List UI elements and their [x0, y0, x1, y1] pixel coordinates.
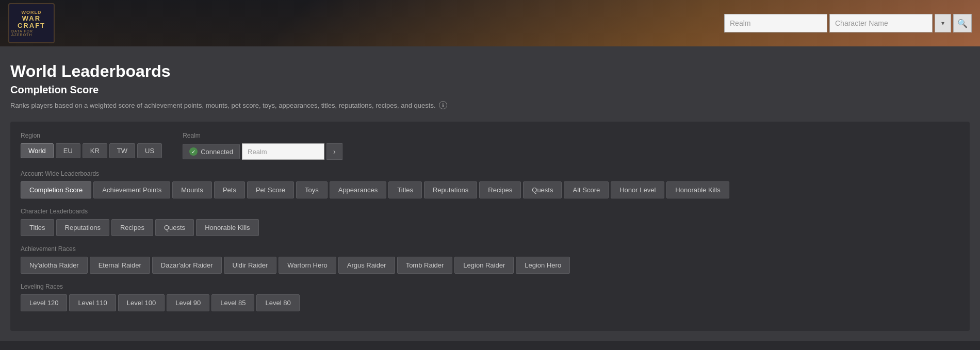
search-dropdown-button[interactable]: ▾ — [935, 14, 951, 32]
race-btn-tomb[interactable]: Tomb Raider — [397, 257, 453, 274]
race-btn-legion-hero[interactable]: Legion Hero — [516, 257, 570, 274]
region-btn-world[interactable]: World — [21, 143, 54, 158]
main-content: World Leaderboards Completion Score Rank… — [0, 46, 980, 341]
lb-btn-appearances[interactable]: Appearances — [330, 181, 387, 198]
leveling-races-label: Leveling Races — [21, 283, 959, 290]
race-btn-dazaralor[interactable]: Dazar'alor Raider — [152, 257, 222, 274]
level-btn-85[interactable]: Level 85 — [211, 294, 254, 311]
char-lb-btn-honorable-kills[interactable]: Honorable Kills — [196, 219, 258, 236]
realm-label: Realm — [183, 132, 342, 139]
lb-btn-quests[interactable]: Quests — [523, 181, 562, 198]
char-lb-btn-recipes[interactable]: Recipes — [111, 219, 153, 236]
logo-main: WARCRAFT — [18, 15, 45, 30]
info-icon[interactable]: ℹ — [439, 101, 447, 109]
lb-btn-recipes[interactable]: Recipes — [479, 181, 521, 198]
race-btn-uldir[interactable]: Uldir Raider — [224, 257, 277, 274]
char-lb-btn-reputations[interactable]: Reputations — [56, 219, 109, 236]
race-btn-argus[interactable]: Argus Raider — [338, 257, 395, 274]
race-btn-eternal[interactable]: Eternal Raider — [90, 257, 150, 274]
level-btn-100[interactable]: Level 100 — [118, 294, 165, 311]
connected-button[interactable]: ✓ Connected — [183, 144, 240, 159]
lb-btn-titles[interactable]: Titles — [388, 181, 422, 198]
race-btn-nyalotha[interactable]: Ny'alotha Raider — [21, 257, 88, 274]
level-btn-120[interactable]: Level 120 — [21, 294, 67, 311]
character-name-input[interactable] — [829, 14, 933, 32]
level-btn-110[interactable]: Level 110 — [69, 294, 116, 311]
achievement-races-buttons: Ny'alotha Raider Eternal Raider Dazar'al… — [21, 257, 959, 274]
logo-sub: DATA FOR AZEROTH — [11, 29, 52, 37]
search-button[interactable]: 🔍 — [953, 14, 972, 32]
realm-group: Realm ✓ Connected › — [183, 132, 342, 160]
char-lb-btn-quests[interactable]: Quests — [155, 219, 194, 236]
lb-btn-honor-level[interactable]: Honor Level — [611, 181, 664, 198]
search-area: ▾ 🔍 — [724, 14, 972, 32]
account-leaderboards-buttons: Completion Score Achievement Points Moun… — [21, 181, 959, 198]
region-label: Region — [21, 132, 162, 139]
region-buttons: World EU KR TW US — [21, 143, 162, 158]
account-leaderboards-section: Account-Wide Leaderboards Completion Sco… — [21, 170, 959, 198]
lb-btn-pet-score[interactable]: Pet Score — [247, 181, 294, 198]
lb-btn-honorable-kills[interactable]: Honorable Kills — [666, 181, 729, 198]
achievement-races-label: Achievement Races — [21, 245, 959, 253]
lb-btn-pets[interactable]: Pets — [214, 181, 245, 198]
realm-buttons: ✓ Connected › — [183, 143, 342, 160]
region-group: Region World EU KR TW US — [21, 132, 162, 158]
leveling-races-section: Leveling Races Level 120 Level 110 Level… — [21, 283, 959, 311]
achievement-races-section: Achievement Races Ny'alotha Raider Etern… — [21, 245, 959, 274]
filter-row: Region World EU KR TW US Realm ✓ Connect… — [21, 132, 959, 160]
realm-go-button[interactable]: › — [326, 143, 342, 160]
char-lb-btn-titles[interactable]: Titles — [21, 219, 54, 236]
level-btn-80[interactable]: Level 80 — [256, 294, 299, 311]
character-leaderboards-section: Character Leaderboards Titles Reputation… — [21, 208, 959, 236]
description-text: Ranks players based on a weighted score … — [10, 102, 436, 109]
realm-input-header[interactable] — [724, 14, 827, 32]
header: WORLD WARCRAFT DATA FOR AZEROTH ▾ 🔍 — [0, 0, 980, 46]
filter-section: Region World EU KR TW US Realm ✓ Connect… — [10, 122, 970, 331]
race-btn-wartorn[interactable]: Wartorn Hero — [279, 257, 336, 274]
connected-check-icon: ✓ — [189, 147, 198, 156]
page-subtitle: Completion Score — [10, 84, 970, 96]
lb-btn-toys[interactable]: Toys — [296, 181, 328, 198]
lb-btn-completion-score[interactable]: Completion Score — [21, 181, 91, 198]
page-title: World Leaderboards — [10, 62, 970, 81]
race-btn-legion[interactable]: Legion Raider — [454, 257, 514, 274]
region-btn-kr[interactable]: KR — [83, 143, 107, 158]
lb-btn-achievement-points[interactable]: Achievement Points — [93, 181, 170, 198]
leveling-races-buttons: Level 120 Level 110 Level 100 Level 90 L… — [21, 294, 959, 311]
lb-btn-reputations[interactable]: Reputations — [424, 181, 477, 198]
level-btn-90[interactable]: Level 90 — [167, 294, 209, 311]
lb-btn-mounts[interactable]: Mounts — [172, 181, 212, 198]
logo: WORLD WARCRAFT DATA FOR AZEROTH — [8, 3, 55, 43]
realm-filter-input[interactable] — [242, 143, 324, 160]
character-leaderboards-label: Character Leaderboards — [21, 208, 959, 215]
connected-label: Connected — [201, 148, 233, 156]
lb-btn-alt-score[interactable]: Alt Score — [564, 181, 609, 198]
character-leaderboards-buttons: Titles Reputations Recipes Quests Honora… — [21, 219, 959, 236]
region-btn-eu[interactable]: EU — [56, 143, 80, 158]
logo-area: WORLD WARCRAFT DATA FOR AZEROTH — [8, 3, 55, 43]
account-leaderboards-label: Account-Wide Leaderboards — [21, 170, 959, 177]
page-description: Ranks players based on a weighted score … — [10, 101, 970, 109]
region-btn-us[interactable]: US — [137, 143, 162, 158]
region-btn-tw[interactable]: TW — [109, 143, 135, 158]
